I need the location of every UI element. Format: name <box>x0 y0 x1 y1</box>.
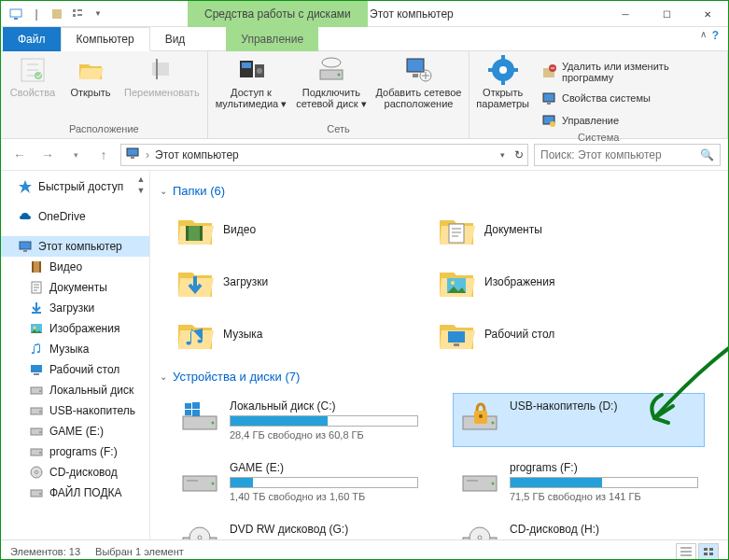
drive-item[interactable]: DVDDVD RW дисковод (G:) <box>173 516 425 539</box>
close-button[interactable]: ✕ <box>687 1 728 27</box>
svg-point-66 <box>212 422 215 425</box>
svg-point-32 <box>550 121 555 127</box>
drive-label: CD-дисковод (H:) <box>510 523 698 536</box>
chevron-down-icon: ⌄ <box>160 186 167 196</box>
nav-up-button[interactable]: ↑ <box>92 144 115 166</box>
svg-point-8 <box>35 72 42 79</box>
folder-item[interactable]: Документы <box>434 207 667 252</box>
svg-point-83 <box>198 536 202 539</box>
ribbon-netdrive-button[interactable]: Подключить сетевой диск ▾ <box>296 55 366 110</box>
sidebar-item[interactable]: GAME (E:) <box>1 421 149 441</box>
sidebar-item[interactable]: programs (F:) <box>1 441 149 462</box>
folder-item[interactable]: Рабочий стол <box>434 312 667 357</box>
svg-rect-26 <box>512 68 518 72</box>
sidebar-item[interactable]: Музыка <box>1 339 149 359</box>
svg-rect-33 <box>127 148 138 156</box>
svg-point-16 <box>337 74 340 77</box>
sidebar-item[interactable]: Изображения <box>1 318 149 339</box>
section-folders-header[interactable]: ⌄ Папки (6) <box>160 184 719 198</box>
qat-props-icon[interactable] <box>70 7 85 21</box>
desk-icon <box>29 362 44 377</box>
qat-dropdown-icon[interactable]: ▼ <box>91 7 105 21</box>
section-devices-header[interactable]: ⌄ Устройства и диски (7) <box>160 370 719 384</box>
folder-item[interactable]: Видео <box>173 207 406 252</box>
sidebar-item[interactable]: Быстрый доступ <box>1 176 149 197</box>
title-tools-tab[interactable]: Средства работы с дисками <box>188 1 368 27</box>
ribbon-manage-button[interactable]: Управление <box>538 111 720 130</box>
tab-file[interactable]: Файл <box>3 27 61 51</box>
sidebar-item[interactable]: Загрузки <box>1 298 149 318</box>
svg-point-52 <box>39 452 41 454</box>
ribbon-addnet-button[interactable]: Добавить сетевое расположение <box>376 55 462 110</box>
nav-history-dropdown[interactable]: ▾ <box>64 144 87 166</box>
svg-rect-80 <box>467 480 478 482</box>
view-icons-button[interactable] <box>698 543 719 560</box>
folder-item[interactable]: Загрузки <box>173 259 406 304</box>
ribbon-group-label: Сеть <box>216 123 462 134</box>
film-icon <box>29 259 44 274</box>
address-dropdown-icon[interactable]: ▾ <box>500 150 505 160</box>
quick-access-toolbar: | ▼ <box>1 7 105 21</box>
svg-rect-12 <box>242 63 251 68</box>
sidebar-item[interactable]: USB-накопитель <box>1 400 149 421</box>
drive-label: GAME (E:) <box>230 461 418 474</box>
ribbon-properties-button[interactable]: Свойства <box>8 55 57 98</box>
ribbon-group-network: Доступ к мультимедиа ▾ Подключить сетево… <box>208 51 470 138</box>
ribbon-uninstall-button[interactable]: Удалить или изменить программу <box>538 59 720 85</box>
sidebar-item[interactable]: CD-дисковод <box>1 462 149 483</box>
svg-rect-2 <box>52 9 62 19</box>
help-chevron-icon[interactable]: ∧ <box>700 29 707 42</box>
search-icon[interactable]: 🔍 <box>700 148 714 161</box>
folder-icon <box>438 211 475 248</box>
sidebar-item[interactable]: ФАЙЛ ПОДКА <box>1 483 149 503</box>
ribbon-group-location: Свойства Открыть Переименовать Расположе… <box>1 51 208 138</box>
svg-point-62 <box>451 281 455 285</box>
tab-manage[interactable]: Управление <box>226 27 318 51</box>
folder-item[interactable]: Музыка <box>173 312 406 357</box>
svg-point-22 <box>499 66 507 74</box>
down-icon <box>29 301 44 315</box>
sidebar-item[interactable]: Этот компьютер <box>1 236 149 257</box>
drive-item[interactable]: Локальный диск (C:)28,4 ГБ свободно из 6… <box>173 393 425 447</box>
search-input[interactable] <box>540 148 700 161</box>
sidebar-item-label: Видео <box>49 260 82 273</box>
search-box[interactable]: 🔍 <box>534 144 721 166</box>
minimize-button[interactable]: ─ <box>605 1 646 27</box>
view-details-button[interactable] <box>676 543 696 560</box>
sidebar-item[interactable]: OneDrive <box>1 206 149 227</box>
nav-bar: ← → ▾ ↑ › Этот компьютер ▾ ↻ 🔍 <box>1 139 728 171</box>
status-bar: Элементов: 13 Выбран 1 элемент <box>1 539 728 560</box>
ribbon-sysprops-button[interactable]: Свойства системы <box>538 89 720 107</box>
sidebar-item[interactable]: Локальный диск <box>1 380 149 400</box>
tab-computer[interactable]: Компьютер <box>61 27 150 51</box>
nav-forward-button[interactable]: → <box>36 144 59 166</box>
sidebar-scrollbar[interactable]: ▲▼ <box>134 175 147 195</box>
svg-rect-29 <box>543 93 554 102</box>
refresh-icon[interactable]: ↻ <box>514 148 524 161</box>
svg-rect-70 <box>192 410 200 416</box>
pc-icon <box>8 7 23 21</box>
drive-item[interactable]: USB-накопитель (D:) <box>453 393 705 447</box>
sidebar-item-label: GAME (E:) <box>49 425 104 438</box>
sidebar-item[interactable]: Рабочий стол <box>1 359 149 380</box>
drive-item[interactable]: programs (F:)71,5 ГБ свободно из 141 ГБ <box>453 455 705 509</box>
svg-point-74 <box>479 414 483 418</box>
help-icon[interactable]: ? <box>712 29 719 42</box>
ribbon-media-button[interactable]: Доступ к мультимедиа ▾ <box>216 55 287 110</box>
address-bar[interactable]: › Этот компьютер ▾ ↻ <box>120 144 528 166</box>
ribbon-open-button[interactable]: Открыть <box>66 55 115 98</box>
maximize-button[interactable]: ☐ <box>646 1 687 27</box>
nav-back-button[interactable]: ← <box>8 144 31 166</box>
folder-item[interactable]: Изображения <box>434 259 667 304</box>
sidebar-item[interactable]: Видео <box>1 257 149 277</box>
sidebar-item[interactable]: Документы <box>1 277 149 298</box>
folder-icon <box>438 315 475 353</box>
svg-rect-6 <box>77 14 82 16</box>
tab-view[interactable]: Вид <box>150 27 201 51</box>
qat-item-icon[interactable] <box>49 7 64 21</box>
folder-icon <box>176 315 214 353</box>
drive-item[interactable]: GAME (E:)1,40 ТБ свободно из 1,60 ТБ <box>173 455 425 509</box>
ribbon-settings-button[interactable]: Открыть параметры <box>477 55 528 109</box>
ribbon-rename-button[interactable]: Переименовать <box>124 55 200 98</box>
drive-item[interactable]: CD-дисковод (H:) <box>453 516 705 539</box>
